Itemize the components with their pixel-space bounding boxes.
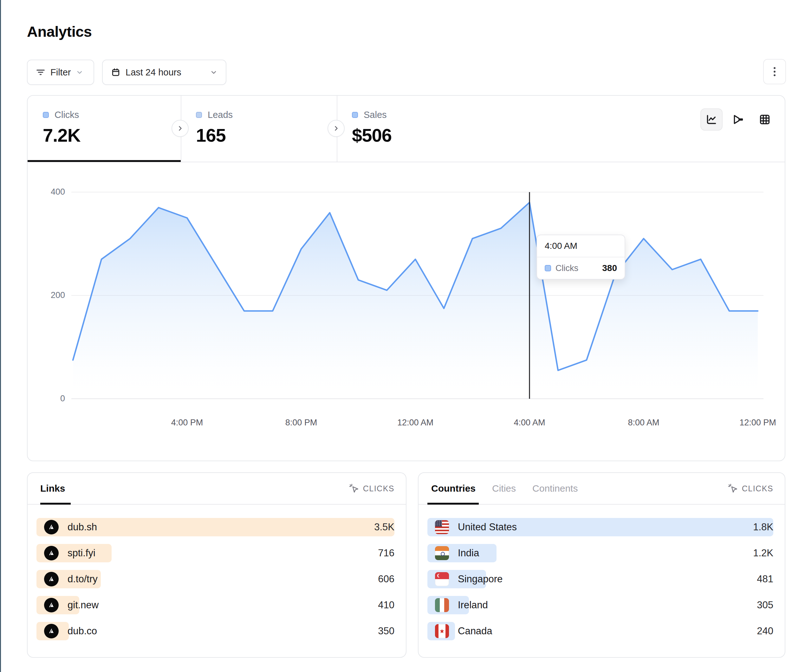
link-row[interactable]: git.new 410 bbox=[36, 596, 394, 614]
cursor-click-icon bbox=[727, 483, 738, 494]
links-metric-toggle[interactable]: CLICKS bbox=[348, 483, 394, 494]
country-row[interactable]: Ireland 305 bbox=[427, 596, 773, 614]
sales-tab-label: Sales bbox=[364, 110, 387, 120]
link-clicks-value: 410 bbox=[378, 596, 394, 614]
expand-leads-chevron-button[interactable] bbox=[328, 120, 345, 137]
link-label: d.to/try bbox=[68, 573, 98, 585]
country-clicks-value: 1.8K bbox=[753, 518, 773, 536]
funnel-view-button[interactable] bbox=[727, 108, 749, 131]
chart-area-fill bbox=[73, 203, 758, 399]
links-list: dub.sh 3.5K spti.fyi 716 d.to/try 606 bbox=[36, 518, 394, 648]
chevron-down-icon bbox=[76, 68, 84, 76]
country-row[interactable]: Singapore 481 bbox=[427, 570, 773, 588]
clicks-legend-square-icon bbox=[43, 112, 49, 118]
country-label: Canada bbox=[458, 625, 492, 637]
links-card-header: Links CLICKS bbox=[27, 473, 406, 505]
x-axis-tick: 12:00 PM bbox=[739, 418, 776, 428]
link-clicks-value: 716 bbox=[378, 544, 394, 562]
dub-logo-icon bbox=[44, 572, 59, 587]
x-axis-tick: 4:00 AM bbox=[513, 418, 545, 428]
dub-logo-icon bbox=[44, 546, 59, 560]
x-axis-tick: 8:00 AM bbox=[628, 418, 659, 428]
line-chart-view-button[interactable] bbox=[700, 108, 723, 131]
line-chart-icon bbox=[705, 113, 718, 126]
link-clicks-value: 606 bbox=[378, 570, 394, 588]
table-view-button[interactable] bbox=[754, 108, 776, 131]
filter-button[interactable]: Filter bbox=[27, 60, 94, 85]
link-label: dub.sh bbox=[68, 522, 97, 533]
tab-links[interactable]: Links bbox=[40, 483, 65, 494]
x-axis-tick: 4:00 PM bbox=[171, 418, 203, 428]
tab-continents[interactable]: Continents bbox=[532, 483, 578, 494]
sales-legend-square-icon bbox=[352, 112, 358, 118]
link-row[interactable]: dub.co 350 bbox=[36, 622, 394, 640]
tab-sales[interactable]: Sales $506 bbox=[337, 96, 493, 162]
tooltip-value: 380 bbox=[602, 263, 617, 273]
countries-metric-label: CLICKS bbox=[742, 484, 773, 493]
country-clicks-value: 1.2K bbox=[753, 544, 773, 562]
analytics-page: Analytics Filter Last 24 hours bbox=[0, 0, 812, 672]
country-row[interactable]: India 1.2K bbox=[427, 544, 773, 562]
tooltip-series-label: Clicks bbox=[556, 263, 578, 273]
stats-tab-row: Clicks 7.2K Leads 165 Sales $506 bbox=[27, 96, 785, 162]
country-clicks-value: 481 bbox=[757, 570, 773, 588]
chart-tooltip: 4:00 AM Clicks 380 bbox=[536, 235, 625, 280]
tab-clicks[interactable]: Clicks 7.2K bbox=[27, 96, 181, 162]
country-row[interactable]: United States 1.8K bbox=[427, 518, 773, 536]
page-title: Analytics bbox=[27, 23, 92, 40]
tab-cities[interactable]: Cities bbox=[492, 483, 516, 494]
clicks-total-value: 7.2K bbox=[43, 125, 181, 146]
leads-legend-square-icon bbox=[196, 112, 202, 118]
dub-logo-icon bbox=[44, 520, 59, 534]
chart-view-toggle-group bbox=[700, 108, 776, 131]
calendar-icon bbox=[111, 68, 121, 77]
link-row[interactable]: spti.fyi 716 bbox=[36, 544, 394, 562]
table-grid-icon bbox=[758, 113, 771, 126]
filter-icon bbox=[36, 68, 45, 77]
country-clicks-value: 305 bbox=[757, 596, 773, 614]
country-label: United States bbox=[458, 522, 517, 533]
links-metric-label: CLICKS bbox=[363, 484, 394, 493]
countries-card: Countries Cities Continents CLICKS bbox=[418, 472, 785, 658]
canada-flag-icon bbox=[435, 624, 449, 638]
link-row[interactable]: d.to/try 606 bbox=[36, 570, 394, 588]
india-flag-icon bbox=[435, 546, 449, 560]
country-row[interactable]: Canada 240 bbox=[427, 622, 773, 640]
sales-total-value: $506 bbox=[352, 125, 493, 146]
link-clicks-value: 350 bbox=[378, 622, 394, 640]
countries-tab-underline bbox=[427, 503, 479, 505]
country-label: India bbox=[458, 547, 479, 559]
link-row[interactable]: dub.sh 3.5K bbox=[36, 518, 394, 536]
links-tab-underline bbox=[40, 503, 71, 505]
link-clicks-value: 3.5K bbox=[374, 518, 394, 536]
links-card: Links CLICKS dub.sh bbox=[27, 472, 406, 658]
clicks-legend-square-icon bbox=[545, 265, 551, 271]
tooltip-time: 4:00 AM bbox=[537, 235, 624, 258]
dub-logo-icon bbox=[44, 598, 59, 612]
clicks-area-chart[interactable] bbox=[44, 184, 767, 409]
chevron-down-icon bbox=[210, 68, 218, 76]
kebab-menu-icon bbox=[770, 66, 779, 77]
country-clicks-value: 240 bbox=[757, 622, 773, 640]
clicks-tab-label: Clicks bbox=[55, 110, 79, 120]
link-label: dub.co bbox=[68, 625, 97, 637]
country-label: Singapore bbox=[458, 573, 503, 585]
link-label: spti.fyi bbox=[68, 547, 96, 559]
date-range-button[interactable]: Last 24 hours bbox=[102, 60, 226, 85]
countries-metric-toggle[interactable]: CLICKS bbox=[727, 483, 773, 494]
expand-clicks-chevron-button[interactable] bbox=[172, 120, 189, 137]
ireland-flag-icon bbox=[435, 598, 449, 612]
countries-list: United States 1.8K India 1.2K Singapore … bbox=[427, 518, 773, 648]
date-range-label: Last 24 hours bbox=[126, 67, 181, 78]
tab-countries[interactable]: Countries bbox=[431, 483, 476, 494]
leads-total-value: 165 bbox=[196, 125, 337, 146]
x-axis-tick: 8:00 PM bbox=[285, 418, 317, 428]
x-axis-tick: 12:00 AM bbox=[397, 418, 433, 428]
link-label: git.new bbox=[68, 599, 99, 611]
leads-tab-label: Leads bbox=[208, 110, 233, 120]
dub-logo-icon bbox=[44, 624, 59, 638]
tab-leads[interactable]: Leads 165 bbox=[181, 96, 337, 162]
us-flag-icon bbox=[435, 520, 449, 534]
more-options-button[interactable] bbox=[763, 59, 786, 84]
cursor-click-icon bbox=[348, 483, 359, 494]
